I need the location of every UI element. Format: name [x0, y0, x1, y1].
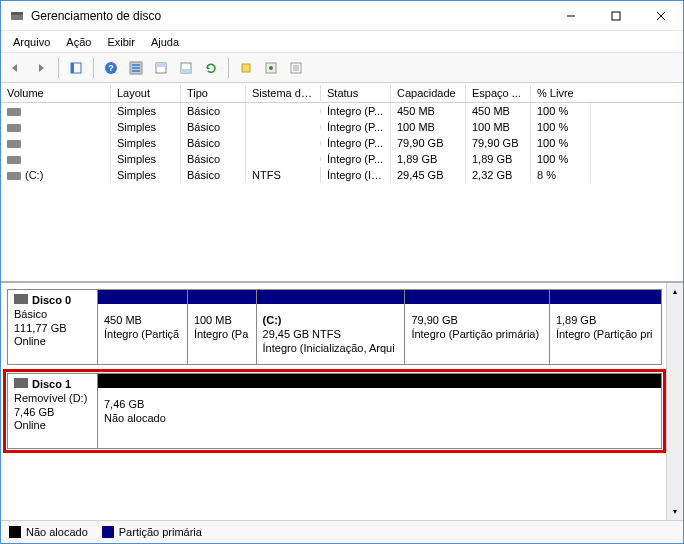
volume-free: 79,90 GB: [466, 135, 531, 151]
volume-type: Básico: [181, 103, 246, 119]
scroll-track[interactable]: [667, 300, 683, 503]
volume-row[interactable]: (C:)SimplesBásicoNTFSÍntegro (Ini...29,4…: [1, 167, 683, 183]
disk-icon: [7, 156, 21, 164]
disk-status: Online: [14, 335, 91, 349]
partition[interactable]: 7,46 GBNão alocado: [98, 374, 661, 448]
settings-icon[interactable]: [125, 57, 147, 79]
volumes-header: Volume Layout Tipo Sistema de ... Status…: [1, 83, 683, 103]
toolbar-separator: [228, 58, 229, 78]
col-percent-free[interactable]: % Livre: [531, 85, 591, 101]
volume-type: Básico: [181, 119, 246, 135]
volume-capacity: 450 MB: [391, 103, 466, 119]
volume-type: Básico: [181, 151, 246, 167]
volume-row[interactable]: SimplesBásicoÍntegro (P...450 MB450 MB10…: [1, 103, 683, 119]
col-status[interactable]: Status: [321, 85, 391, 101]
action-icon[interactable]: [235, 57, 257, 79]
legend-label-primary: Partição primária: [119, 526, 202, 538]
volume-row[interactable]: SimplesBásicoÍntegro (P...79,90 GB79,90 …: [1, 135, 683, 151]
view-top-icon[interactable]: [150, 57, 172, 79]
view-bottom-icon[interactable]: [175, 57, 197, 79]
partition-size: 1,89 GB: [556, 314, 655, 328]
disk-info[interactable]: Disco 0Básico111,77 GBOnline: [8, 290, 98, 364]
disk-icon: [7, 124, 21, 132]
disk-partitions: 450 MBÍntegro (Partiçã100 MBÍntegro (Pa(…: [98, 290, 661, 364]
volume-row[interactable]: SimplesBásicoÍntegro (P...100 MB100 MB10…: [1, 119, 683, 135]
volume-type: Básico: [181, 135, 246, 151]
partition-size: 7,46 GB: [104, 398, 655, 412]
scroll-up-button[interactable]: ▴: [667, 283, 683, 300]
properties-icon[interactable]: [260, 57, 282, 79]
show-hide-button[interactable]: [65, 57, 87, 79]
col-type[interactable]: Tipo: [181, 85, 246, 101]
volume-row[interactable]: SimplesBásicoÍntegro (P...1,89 GB1,89 GB…: [1, 151, 683, 167]
volume-percent: 100 %: [531, 135, 591, 151]
partition[interactable]: 100 MBÍntegro (Pa: [187, 290, 256, 364]
close-button[interactable]: [638, 1, 683, 31]
maximize-button[interactable]: [593, 1, 638, 31]
disk-row[interactable]: Disco 0Básico111,77 GBOnline450 MBÍntegr…: [7, 289, 662, 365]
list-icon[interactable]: [285, 57, 307, 79]
volumes-list: Volume Layout Tipo Sistema de ... Status…: [1, 83, 683, 283]
volume-status: Íntegro (P...: [321, 151, 391, 167]
volume-percent: 100 %: [531, 119, 591, 135]
volume-status: Íntegro (P...: [321, 103, 391, 119]
forward-button[interactable]: [30, 57, 52, 79]
legend-label-unallocated: Não alocado: [26, 526, 88, 538]
minimize-button[interactable]: [548, 1, 593, 31]
svg-rect-3: [612, 12, 620, 20]
partition-size: 100 MB: [194, 314, 250, 328]
volume-capacity: 79,90 GB: [391, 135, 466, 151]
help-icon[interactable]: ?: [100, 57, 122, 79]
partition-status: Íntegro (Inicialização, Arqui: [263, 342, 399, 356]
graphical-content: Disco 0Básico111,77 GBOnline450 MBÍntegr…: [1, 283, 666, 520]
disk-type: Removível (D:): [14, 392, 91, 406]
partition[interactable]: 1,89 GBÍntegro (Partição pri: [549, 290, 661, 364]
volume-layout: Simples: [111, 119, 181, 135]
svg-point-20: [269, 66, 273, 70]
partition[interactable]: 79,90 GBÍntegro (Partição primária): [404, 290, 549, 364]
volume-percent: 100 %: [531, 103, 591, 119]
col-filesystem[interactable]: Sistema de ...: [246, 85, 321, 101]
disk-partitions: 7,46 GBNão alocado: [98, 374, 661, 448]
svg-rect-13: [132, 70, 140, 72]
app-icon: [9, 8, 25, 24]
partition-bar: [98, 290, 187, 304]
volumes-body[interactable]: SimplesBásicoÍntegro (P...450 MB450 MB10…: [1, 103, 683, 281]
volume-status: Íntegro (Ini...: [321, 167, 391, 183]
partition[interactable]: (C:)29,45 GB NTFSÍntegro (Inicialização,…: [256, 290, 405, 364]
volume-filesystem: [246, 125, 321, 129]
volume-free: 100 MB: [466, 119, 531, 135]
disk-name: Disco 0: [32, 294, 71, 306]
disk-row[interactable]: Disco 1Removível (D:)7,46 GBOnline7,46 G…: [7, 373, 662, 449]
menu-file[interactable]: Arquivo: [5, 34, 58, 50]
volume-status: Íntegro (P...: [321, 119, 391, 135]
toolbar: ?: [1, 53, 683, 83]
disk-icon: [7, 140, 21, 148]
svg-text:?: ?: [108, 63, 114, 73]
menu-view[interactable]: Exibir: [99, 34, 143, 50]
col-capacity[interactable]: Capacidade: [391, 85, 466, 101]
refresh-icon[interactable]: [200, 57, 222, 79]
legend-unallocated: Não alocado: [9, 526, 88, 538]
menu-help[interactable]: Ajuda: [143, 34, 187, 50]
col-layout[interactable]: Layout: [111, 85, 181, 101]
partition-status: Não alocado: [104, 412, 655, 426]
volume-filesystem: [246, 109, 321, 113]
disk-info[interactable]: Disco 1Removível (D:)7,46 GBOnline: [8, 374, 98, 448]
col-free-space[interactable]: Espaço ...: [466, 85, 531, 101]
svg-rect-11: [132, 64, 140, 66]
partition-status: Íntegro (Partição pri: [556, 328, 655, 342]
disk-type: Básico: [14, 308, 91, 322]
partition-bar: [98, 374, 661, 388]
scrollbar[interactable]: ▴ ▾: [666, 283, 683, 520]
svg-rect-12: [132, 67, 140, 69]
svg-rect-15: [156, 63, 166, 67]
back-button[interactable]: [5, 57, 27, 79]
scroll-down-button[interactable]: ▾: [667, 503, 683, 520]
menu-action[interactable]: Ação: [58, 34, 99, 50]
partition[interactable]: 450 MBÍntegro (Partiçã: [98, 290, 187, 364]
volume-capacity: 100 MB: [391, 119, 466, 135]
col-volume[interactable]: Volume: [1, 85, 111, 101]
disk-icon: [7, 172, 21, 180]
partition-status: Íntegro (Partiçã: [104, 328, 181, 342]
